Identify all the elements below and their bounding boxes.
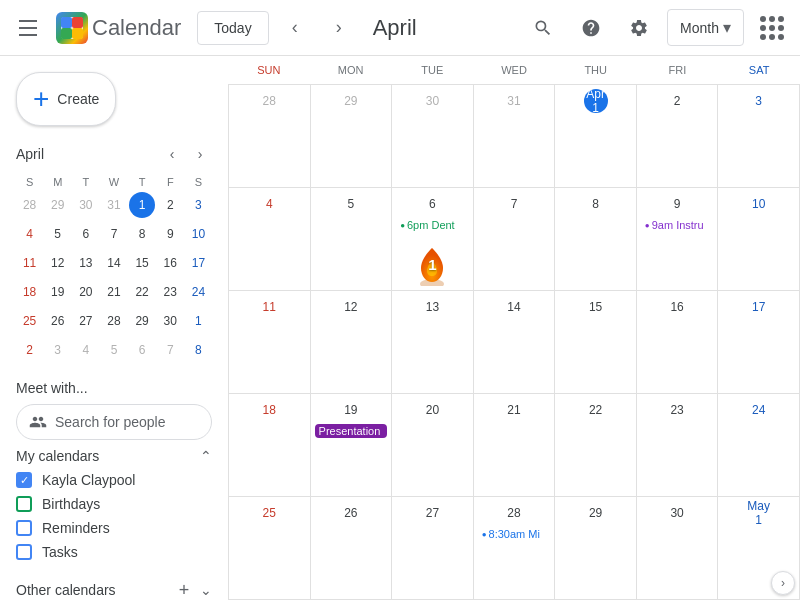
cell-date[interactable]: 28 bbox=[502, 501, 526, 525]
cell-date[interactable]: 19 bbox=[339, 398, 363, 422]
cell-date[interactable]: 9 bbox=[665, 192, 689, 216]
next-button[interactable]: › bbox=[321, 10, 357, 46]
cell-date[interactable]: 21 bbox=[502, 398, 526, 422]
mini-day[interactable]: 17 bbox=[185, 250, 211, 276]
calendar-checkbox-kayla[interactable] bbox=[16, 472, 32, 488]
cal-cell-apr30[interactable]: 30 bbox=[637, 497, 719, 600]
mini-day[interactable]: 5 bbox=[45, 221, 71, 247]
calendar-checkbox-reminders[interactable] bbox=[16, 520, 32, 536]
mini-day[interactable]: 28 bbox=[17, 192, 43, 218]
cal-cell-apr1[interactable]: Apr 1 bbox=[555, 85, 637, 188]
mini-day[interactable]: 30 bbox=[157, 308, 183, 334]
cell-date[interactable]: 17 bbox=[747, 295, 771, 319]
mini-day[interactable]: 28 bbox=[101, 308, 127, 334]
search-button[interactable] bbox=[523, 8, 563, 48]
add-other-calendar-button[interactable]: + bbox=[170, 576, 198, 600]
mini-day[interactable]: 24 bbox=[185, 279, 211, 305]
calendar-item-tasks[interactable]: Tasks bbox=[16, 540, 212, 564]
mini-day[interactable]: 8 bbox=[129, 221, 155, 247]
mini-day[interactable]: 10 bbox=[185, 221, 211, 247]
mini-day[interactable]: 7 bbox=[101, 221, 127, 247]
my-calendars-collapse[interactable]: ⌃ bbox=[200, 448, 212, 464]
cal-cell-apr3[interactable]: 3 bbox=[718, 85, 800, 188]
mini-day[interactable]: 14 bbox=[101, 250, 127, 276]
cell-date[interactable]: 22 bbox=[584, 398, 608, 422]
event-meeting[interactable]: 8:30am Mi bbox=[478, 527, 551, 541]
cell-date[interactable]: 24 bbox=[747, 398, 771, 422]
mini-day[interactable]: 22 bbox=[129, 279, 155, 305]
scroll-arrow[interactable]: › bbox=[771, 571, 795, 595]
cell-date[interactable]: 11 bbox=[257, 295, 281, 319]
cal-cell-apr29[interactable]: 29 bbox=[555, 497, 637, 600]
cell-date[interactable]: 29 bbox=[339, 89, 363, 113]
calendar-checkbox-tasks[interactable] bbox=[16, 544, 32, 560]
cal-cell-apr9[interactable]: 9 9am Instru bbox=[637, 188, 719, 291]
cal-cell-apr23[interactable]: 23 bbox=[637, 394, 719, 497]
cal-cell-apr2[interactable]: 2 bbox=[637, 85, 719, 188]
cell-date[interactable]: 10 bbox=[747, 192, 771, 216]
cal-cell-apr4[interactable]: 4 bbox=[229, 188, 311, 291]
mini-day[interactable]: 25 bbox=[17, 308, 43, 334]
cell-date[interactable]: 12 bbox=[339, 295, 363, 319]
mini-day[interactable]: 2 bbox=[157, 192, 183, 218]
cal-cell-mar29[interactable]: 29 bbox=[311, 85, 393, 188]
cal-cell-apr16[interactable]: 16 bbox=[637, 291, 719, 394]
cal-cell-mar31[interactable]: 31 bbox=[474, 85, 556, 188]
event-presentation[interactable]: Presentation bbox=[315, 424, 388, 438]
view-selector[interactable]: Month ▾ bbox=[667, 9, 744, 46]
mini-next-button[interactable]: › bbox=[188, 142, 212, 166]
cal-cell-apr26[interactable]: 26 bbox=[311, 497, 393, 600]
cell-date[interactable]: 2 bbox=[665, 89, 689, 113]
search-people-input[interactable]: Search for people bbox=[16, 404, 212, 440]
cell-date[interactable]: 30 bbox=[665, 501, 689, 525]
help-button[interactable] bbox=[571, 8, 611, 48]
cell-date-today[interactable]: Apr 1 bbox=[584, 89, 608, 113]
cell-date[interactable]: 8 bbox=[584, 192, 608, 216]
cal-cell-mar28[interactable]: 28 bbox=[229, 85, 311, 188]
cal-cell-apr11[interactable]: 11 bbox=[229, 291, 311, 394]
calendar-item-birthdays[interactable]: Birthdays bbox=[16, 492, 212, 516]
cal-cell-apr14[interactable]: 14 bbox=[474, 291, 556, 394]
mini-day[interactable]: 16 bbox=[157, 250, 183, 276]
apps-button[interactable] bbox=[752, 8, 792, 48]
event-instru[interactable]: 9am Instru bbox=[641, 218, 714, 232]
today-button[interactable]: Today bbox=[197, 11, 268, 45]
cal-cell-apr5[interactable]: 5 bbox=[311, 188, 393, 291]
cell-date[interactable]: 5 bbox=[339, 192, 363, 216]
mini-day[interactable]: 3 bbox=[45, 337, 71, 363]
cell-date[interactable]: 23 bbox=[665, 398, 689, 422]
cell-date[interactable]: 16 bbox=[665, 295, 689, 319]
cal-cell-apr19[interactable]: 19 Presentation bbox=[311, 394, 393, 497]
mini-day[interactable]: 1 bbox=[185, 308, 211, 334]
cal-cell-apr6[interactable]: 6 6pm Dent 1 bbox=[392, 188, 474, 291]
mini-day[interactable]: 9 bbox=[157, 221, 183, 247]
mini-day[interactable]: 7 bbox=[157, 337, 183, 363]
cal-cell-apr7[interactable]: 7 bbox=[474, 188, 556, 291]
mini-day[interactable]: 26 bbox=[45, 308, 71, 334]
cell-date[interactable]: 13 bbox=[420, 295, 444, 319]
cell-date[interactable]: 15 bbox=[584, 295, 608, 319]
cell-date[interactable]: May 1 bbox=[747, 501, 771, 525]
cal-cell-apr18[interactable]: 18 bbox=[229, 394, 311, 497]
cell-date[interactable]: 6 bbox=[420, 192, 444, 216]
mini-day[interactable]: 12 bbox=[45, 250, 71, 276]
cell-date[interactable]: 26 bbox=[339, 501, 363, 525]
menu-button[interactable] bbox=[8, 8, 48, 48]
mini-prev-button[interactable]: ‹ bbox=[160, 142, 184, 166]
mini-day[interactable]: 11 bbox=[17, 250, 43, 276]
mini-day[interactable]: 19 bbox=[45, 279, 71, 305]
mini-day[interactable]: 21 bbox=[101, 279, 127, 305]
cell-date[interactable]: 31 bbox=[502, 89, 526, 113]
calendar-item-reminders[interactable]: Reminders bbox=[16, 516, 212, 540]
cell-date[interactable]: 25 bbox=[257, 501, 281, 525]
cell-date[interactable]: 4 bbox=[257, 192, 281, 216]
mini-day[interactable]: 27 bbox=[73, 308, 99, 334]
event-dent[interactable]: 6pm Dent bbox=[396, 218, 469, 232]
other-calendars-collapse[interactable]: ⌄ bbox=[200, 576, 212, 600]
mini-day[interactable]: 18 bbox=[17, 279, 43, 305]
mini-day[interactable]: 5 bbox=[101, 337, 127, 363]
cal-cell-apr27[interactable]: 27 bbox=[392, 497, 474, 600]
cal-cell-apr22[interactable]: 22 bbox=[555, 394, 637, 497]
cal-cell-apr15[interactable]: 15 bbox=[555, 291, 637, 394]
mini-day[interactable]: 2 bbox=[17, 337, 43, 363]
